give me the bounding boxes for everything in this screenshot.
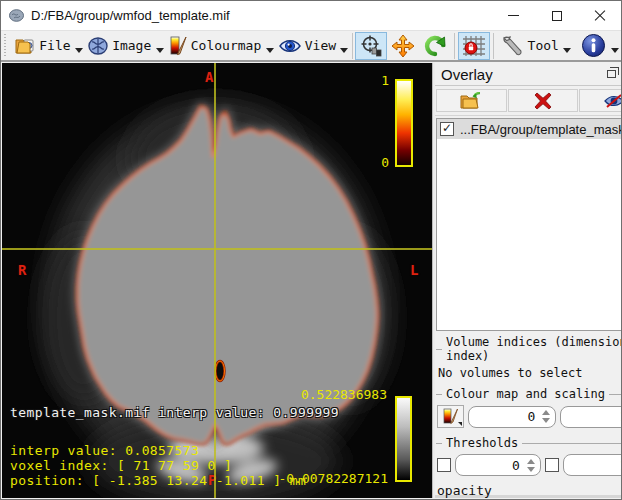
minimize-button[interactable] xyxy=(492,1,535,30)
main-area: A R L P 1 0 0.522836983 -0.00782287121 t… xyxy=(2,63,620,498)
hide-overlay-button[interactable] xyxy=(579,89,622,112)
tool-button[interactable]: Tool xyxy=(497,32,563,60)
float-panel-button[interactable] xyxy=(603,66,621,82)
overlay-colorbar-min: 0 xyxy=(381,155,389,170)
thresholds-group-label: Thresholds xyxy=(436,436,622,450)
overlay-item-label: ...FBA/group/template_mask.mif xyxy=(460,122,622,137)
colourmap-icon xyxy=(443,408,459,425)
rotate-arrow-icon xyxy=(423,34,447,58)
overlay-list-item[interactable]: ...FBA/group/template_mask.mif xyxy=(437,119,622,139)
overlay-list[interactable]: ...FBA/group/template_mask.mif xyxy=(436,118,622,331)
view-dropdown-arrow[interactable] xyxy=(340,32,349,60)
focus-mode-button[interactable] xyxy=(355,32,387,60)
colourmap-select-button[interactable] xyxy=(437,405,464,428)
hidden-eye-icon xyxy=(603,93,622,109)
colourmap-button-label: Colourmap xyxy=(191,38,261,53)
info-dropdown-arrow[interactable] xyxy=(610,32,619,60)
crosshair-horizontal-line xyxy=(2,248,432,250)
image-viewport[interactable]: A R L P 1 0 0.522836983 -0.00782287121 t… xyxy=(2,63,432,498)
interp-value-text: interp value: 0.0857573 xyxy=(10,443,199,458)
scaling-min-value: 0 xyxy=(528,409,536,424)
colourmap-button[interactable]: Colourmap xyxy=(164,32,265,60)
opacity-label: opacity xyxy=(435,480,622,498)
spinner-arrows[interactable] xyxy=(542,410,550,423)
crosshair-vertical-line xyxy=(214,63,216,498)
tool-button-label: Tool xyxy=(528,38,559,53)
main-colorbar-max: 0.522836983 xyxy=(301,387,387,402)
image-button[interactable]: Image xyxy=(83,32,155,60)
window-title: D:/FBA/group/wmfod_template.mif xyxy=(31,8,492,23)
chevron-down-icon xyxy=(611,48,619,53)
open-overlay-button[interactable] xyxy=(436,89,507,112)
file-dropdown-arrow[interactable] xyxy=(75,32,84,60)
scaling-min-spinbox[interactable]: 0 xyxy=(468,406,556,428)
volume-indices-group-label: Volume indices (dimension: index) xyxy=(436,335,622,363)
overlay-value-text: template_mask.mif interp value: 0.999999 xyxy=(10,405,339,420)
lower-threshold-value: 0 xyxy=(512,458,520,473)
chevron-down-icon xyxy=(563,48,571,53)
brain-icon xyxy=(87,36,109,56)
maximize-button[interactable] xyxy=(535,1,578,30)
chevron-down-icon xyxy=(340,48,348,53)
toolbar-separator xyxy=(493,33,494,59)
eye-icon xyxy=(278,37,302,55)
move-arrows-icon xyxy=(391,34,415,58)
grid-lock-icon xyxy=(462,34,486,58)
toolbar-separator xyxy=(454,33,455,59)
wrench-icon xyxy=(501,35,525,57)
rotate-mode-button[interactable] xyxy=(419,32,451,60)
overlay-panel-title: Overlay xyxy=(441,66,597,83)
overlay-toolbar xyxy=(435,86,622,116)
overlay-panel-header: Overlay xyxy=(435,63,622,86)
image-button-label: Image xyxy=(112,38,151,53)
colourmap-icon xyxy=(168,35,188,57)
chevron-down-icon xyxy=(266,48,274,53)
toolbar-drag-handle[interactable] xyxy=(4,34,7,58)
close-icon xyxy=(594,10,606,22)
dropdown-indicator xyxy=(458,422,462,426)
file-button-label: File xyxy=(39,38,70,53)
remove-overlay-button[interactable] xyxy=(508,89,579,112)
no-volumes-text: No volumes to select xyxy=(435,365,622,383)
view-button-label: View xyxy=(305,38,336,53)
lower-threshold-checkbox[interactable] xyxy=(437,458,451,472)
open-folder-icon xyxy=(460,92,482,110)
lower-threshold-spinbox[interactable]: 0 xyxy=(455,454,541,476)
orientation-label-left: L xyxy=(410,262,418,278)
thresholds-row: 0 1 xyxy=(435,452,622,480)
tool-dropdown-arrow[interactable] xyxy=(563,32,572,60)
main-colorbar xyxy=(395,396,412,482)
app-window: D:/FBA/group/wmfod_template.mif File I xyxy=(0,0,622,500)
brain-slice-render xyxy=(2,63,432,498)
title-bar: D:/FBA/group/wmfod_template.mif xyxy=(1,1,621,30)
main-toolbar: File Image Colourmap xyxy=(1,30,621,62)
toolbar-separator xyxy=(352,33,353,59)
close-button[interactable] xyxy=(578,1,621,30)
spinner-arrows[interactable] xyxy=(527,459,535,472)
pan-mode-button[interactable] xyxy=(387,32,419,60)
upper-threshold-spinbox[interactable]: 1 xyxy=(563,454,622,476)
overlay-colorbar xyxy=(395,79,413,167)
snap-to-grid-button[interactable] xyxy=(458,32,490,60)
app-brain-icon xyxy=(8,7,25,24)
overlay-visible-checkbox[interactable] xyxy=(440,122,454,136)
upper-threshold-checkbox[interactable] xyxy=(545,458,559,472)
file-button[interactable]: File xyxy=(10,32,74,60)
scaling-max-spinbox[interactable]: 1 xyxy=(560,406,622,428)
image-dropdown-arrow[interactable] xyxy=(155,32,164,60)
position-text: position: [ -1.385 13.24 -1.011 ] mm xyxy=(10,473,306,488)
colourmap-dropdown-arrow[interactable] xyxy=(265,32,274,60)
maximize-icon xyxy=(552,11,562,21)
view-button[interactable]: View xyxy=(274,32,340,60)
info-icon xyxy=(581,33,606,58)
chevron-down-icon xyxy=(75,48,83,53)
minimize-icon xyxy=(508,15,519,16)
orientation-label-anterior: A xyxy=(205,69,213,85)
info-button[interactable] xyxy=(577,32,610,60)
chevron-down-icon xyxy=(156,48,164,53)
orientation-label-right: R xyxy=(18,262,26,278)
file-folder-icon xyxy=(14,36,36,56)
red-cross-icon xyxy=(534,92,552,110)
colourmap-group-label: Colour map and scaling xyxy=(436,387,622,401)
voxel-index-text: voxel index: [ 71 77 59 0 ] xyxy=(10,458,232,473)
